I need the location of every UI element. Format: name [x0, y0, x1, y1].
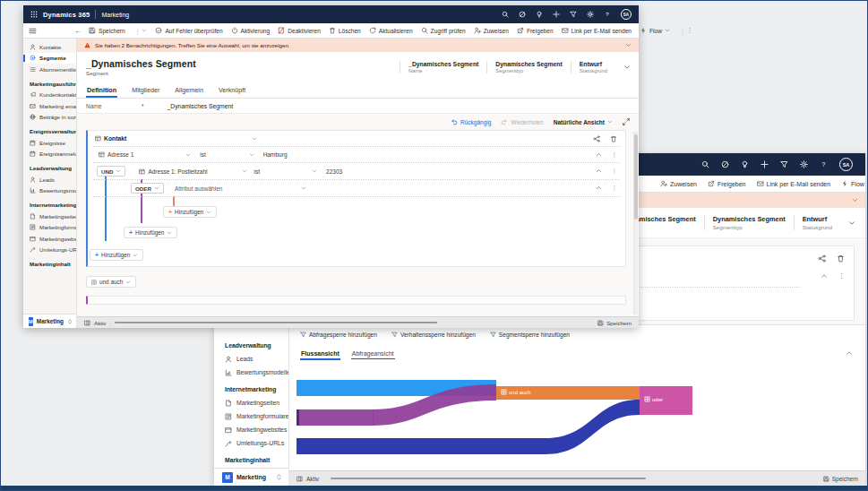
command-aktualisieren[interactable]: Aktualisieren — [369, 27, 413, 34]
avatar[interactable]: SA — [839, 158, 853, 171]
sidebar-item-marketing-emails[interactable]: Marketing emails — [23, 100, 76, 112]
recent-icon[interactable] — [721, 160, 729, 168]
sidebar-item-marketingwebsites[interactable]: Marketingwebsites — [214, 423, 288, 436]
chevron-up-icon[interactable] — [596, 168, 602, 174]
view-selector[interactable]: Natürliche Ansicht — [554, 119, 613, 125]
add-condition-nested-button[interactable]: + Hinzufügen — [163, 206, 217, 218]
command-zuweisen[interactable]: Zuweisen — [474, 27, 509, 34]
command-loeschen[interactable]: Löschen — [329, 27, 361, 34]
sidebar-item-umleitungs-urls[interactable]: Umleitungs-URLs — [23, 245, 76, 256]
sidebar-item-marketingseiten[interactable]: Marketingseiten — [214, 396, 288, 409]
command-flow[interactable]: Flow — [640, 27, 670, 34]
conjunction-oder[interactable]: ODER — [131, 183, 164, 194]
conjunction-und[interactable]: UND — [97, 166, 125, 177]
redo-button[interactable]: Wiederholen — [501, 118, 544, 125]
save-button[interactable]: Speichern — [823, 476, 858, 482]
area-switcher[interactable]: M Marketing — [214, 468, 288, 486]
tab-abfrageansicht[interactable]: Abfrageansicht — [351, 348, 395, 360]
filter-icon[interactable] — [780, 160, 788, 168]
command-button[interactable]: Zuweisen — [660, 180, 697, 187]
flow-toolbar-button[interactable]: Segmentsperre hinzufügen — [490, 332, 570, 338]
chevron-down-icon[interactable] — [623, 64, 631, 71]
sidebar-item-leads[interactable]: Leads — [23, 174, 76, 185]
horizontal-scrollbar[interactable] — [331, 478, 646, 479]
chevron-down-icon[interactable] — [142, 28, 147, 33]
settings-gear-icon[interactable] — [587, 11, 594, 18]
sidebar-item-bewertungsmodelle[interactable]: Bewertungsmodelle — [23, 185, 76, 197]
flow-toolbar-button[interactable]: Verhaltenssperre hinzufügen — [391, 332, 476, 338]
chevron-down-icon[interactable] — [185, 152, 191, 158]
row-more-menu[interactable]: ⋮ — [612, 185, 618, 192]
filter-icon[interactable] — [570, 11, 577, 18]
tab-allgemein[interactable]: Allgemein — [174, 83, 204, 98]
command-button[interactable]: Freigeben — [708, 180, 746, 187]
chevron-down-icon[interactable] — [852, 197, 858, 203]
chevron-up-icon[interactable] — [596, 185, 602, 191]
chevron-down-icon[interactable] — [625, 42, 632, 48]
chevron-down-icon[interactable] — [848, 220, 855, 227]
tab-verknuepft[interactable]: Verknüpft — [218, 83, 246, 98]
sankey-band-purple[interactable] — [296, 409, 374, 426]
avatar[interactable]: SA — [621, 9, 632, 20]
overflow-menu[interactable]: ⋮ — [687, 27, 693, 34]
trash-icon[interactable] — [610, 135, 617, 142]
command-freigeben[interactable]: Freigeben — [517, 27, 554, 34]
tab-flussansicht[interactable]: Flussansicht — [300, 348, 340, 360]
sidebar-item-umleitungs-urls[interactable]: Umleitungs-URLs — [214, 436, 288, 450]
sidebar-item-abonnementlisten[interactable]: Abonnementlisten — [23, 64, 76, 75]
flow-toolbar-button[interactable]: Abfragesperre hinzufügen — [300, 332, 377, 338]
sidebar-item-marketingformulare[interactable]: Marketingformulare — [214, 409, 288, 423]
tab-mitglieder[interactable]: Mitglieder — [131, 83, 160, 98]
share-nodes-icon[interactable] — [593, 135, 600, 142]
sidebar-item-marketingwebsites[interactable]: Marketingwebsites — [23, 233, 76, 245]
row-more-menu[interactable]: ⋮ — [612, 168, 618, 175]
save-button[interactable]: Speichern — [597, 320, 632, 326]
trash-icon[interactable] — [837, 254, 845, 263]
add-condition-button[interactable]: + Hinzufügen — [90, 249, 143, 261]
chevron-up-icon[interactable] — [821, 272, 828, 280]
sidebar-item-ereignisanmeldungen[interactable]: Ereignisanmeldungen — [23, 149, 76, 160]
command-link-email[interactable]: Link per E-Mail senden — [562, 27, 632, 34]
sankey-band-darkblue-curve[interactable] — [546, 400, 640, 454]
sankey-band-darkblue[interactable] — [296, 438, 546, 454]
chevron-down-icon[interactable] — [242, 168, 247, 174]
idea-icon[interactable] — [536, 11, 543, 18]
command-button[interactable]: Flow — [841, 180, 864, 187]
vertical-scrollbar[interactable] — [633, 132, 638, 314]
share-nodes-icon[interactable] — [818, 254, 826, 263]
sidebar-item-kundenkontakt[interactable]: Kundenkontaktverlä… — [23, 90, 76, 101]
tab-definition[interactable]: Definition — [86, 83, 117, 98]
command-speichern[interactable]: Speichern — [89, 27, 125, 34]
expand-icon[interactable] — [623, 118, 630, 125]
settings-gear-icon[interactable] — [800, 160, 808, 168]
sidebar-item-beitraege-sozial[interactable]: Beiträge in sozialen … — [23, 112, 76, 124]
add-icon[interactable] — [553, 11, 560, 18]
command-aktivierung[interactable]: Aktivierung — [231, 27, 271, 34]
notification-bar[interactable]: Sie haben 2 Benachrichtigungen. Treffen … — [77, 39, 639, 52]
sidebar-item-kontakte[interactable]: Kontakte — [23, 41, 76, 53]
chevron-down-icon[interactable] — [301, 185, 306, 191]
command-button[interactable]: Link per E-Mail senden — [757, 180, 831, 187]
add-icon[interactable] — [761, 160, 769, 168]
idea-icon[interactable] — [741, 160, 749, 168]
andalso-button[interactable]: und auch — [86, 276, 136, 288]
help-icon[interactable]: ? — [604, 11, 611, 18]
chevron-down-icon[interactable] — [249, 152, 254, 158]
row-more-menu[interactable]: ⋮ — [612, 151, 618, 159]
sidebar-item-segmente[interactable]: Segmente — [23, 53, 76, 65]
collapse-chevron-up-icon[interactable] — [846, 349, 853, 357]
name-field-value[interactable]: _Dynamisches Segment — [168, 103, 234, 109]
waffle-menu-icon[interactable] — [30, 11, 38, 18]
app-name[interactable]: Dynamics 365 — [43, 11, 90, 19]
sidebar-item-leads[interactable]: Leads — [214, 352, 288, 366]
sidebar-item-marketingformulare[interactable]: Marketingformulare — [23, 222, 76, 234]
add-condition-or-button[interactable]: + Hinzufügen — [124, 227, 177, 238]
undo-button[interactable]: Rückgängig — [451, 118, 491, 125]
back-button[interactable]: ← — [74, 27, 82, 35]
help-icon[interactable]: ? — [820, 160, 828, 168]
hamburger-menu-icon[interactable] — [29, 27, 37, 35]
chevron-down-icon[interactable] — [312, 168, 317, 174]
chevron-down-icon[interactable] — [252, 136, 257, 142]
chevron-up-icon[interactable] — [596, 151, 602, 158]
sidebar-item-bewertungsmodelle[interactable]: Bewertungsmodelle — [214, 366, 288, 379]
